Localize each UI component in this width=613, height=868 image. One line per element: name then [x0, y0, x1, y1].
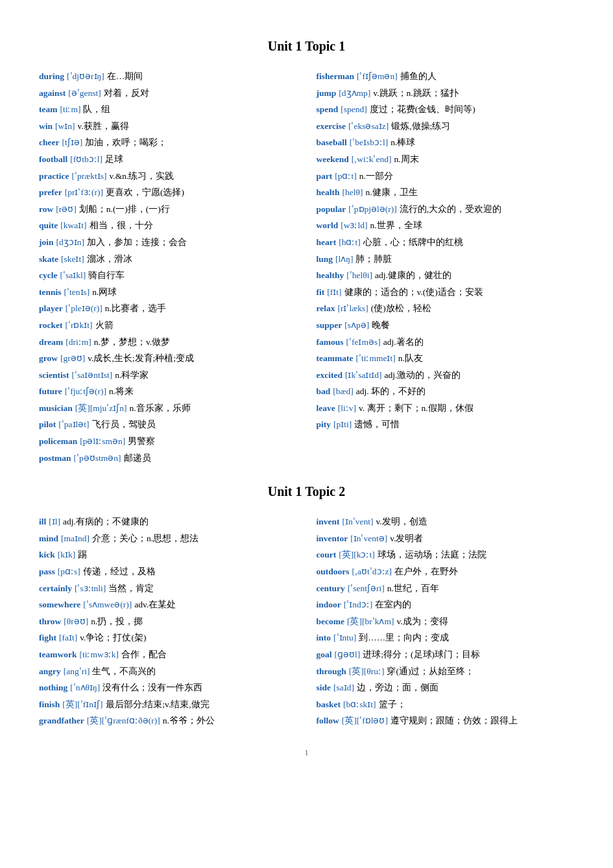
- vocab-word: policeman: [39, 434, 77, 449]
- vocab-definition: v.跳跃；n.跳跃；猛扑: [373, 86, 574, 100]
- list-item: spend[spend]度过；花费(金钱、时间等): [317, 102, 575, 117]
- vocab-word: pass: [39, 565, 55, 579]
- vocab-phonetic: [dʒɔɪn]: [56, 235, 85, 250]
- list-item: excited[ɪkˈsaɪtɪd]adj.激动的，兴奋的: [317, 368, 575, 382]
- vocab-phonetic: [ˈsaɪkl]: [60, 268, 86, 283]
- vocab-word: throw: [39, 615, 61, 629]
- list-item: mind[maɪnd]介意；关心；n.思想，想法: [39, 532, 297, 546]
- vocab-phonetic: [θrəʊ]: [64, 615, 88, 629]
- list-item: relax[rɪˈlæks](使)放松，轻松: [317, 301, 575, 316]
- section-2-title: Unit 1 Topic 2: [39, 484, 574, 499]
- list-item: lung[lʌŋ]肺；肺脏: [317, 252, 575, 266]
- vocab-phonetic: [ˌwiːkˈend]: [352, 152, 392, 167]
- list-item: inventor[ɪnˈventə]v.发明者: [317, 532, 575, 546]
- vocab-phonetic: [ˈnʌθɪŋ]: [70, 681, 100, 695]
- vocab-definition: 度过；花费(金钱、时间等): [370, 102, 574, 117]
- vocab-phonetic: [wɜːld]: [341, 218, 367, 233]
- vocab-phonetic: [ˈrɒkɪt]: [66, 318, 93, 333]
- vocab-word: invent: [317, 515, 340, 529]
- vocab-definition: 流行的,大众的，受欢迎的: [400, 202, 574, 217]
- list-item: grandfather[英][ˈɡrænfɑːðə(r)]n.爷爷；外公: [39, 714, 297, 728]
- vocab-word: into: [317, 631, 331, 645]
- vocab-word: part: [317, 169, 333, 183]
- vocab-definition: adj.著名的: [383, 335, 574, 349]
- list-item: musician[英][mjuˈzɪʃn]n.音乐家，乐师: [39, 401, 297, 416]
- list-item: pass[pɑːs]传递，经过，及格: [39, 565, 297, 579]
- list-item: side[saɪd]边，旁边；面，侧面: [317, 681, 575, 695]
- vocab-phonetic: [kwaɪt]: [60, 218, 86, 233]
- vocab-phonetic: [fɪt]: [327, 285, 341, 299]
- vocab-definition: 划船；n.(一)排，(一)行: [79, 202, 297, 217]
- vocab-definition: 心脏，心；纸牌中的红桃: [363, 235, 574, 250]
- vocab-word: weekend: [317, 152, 349, 167]
- list-item: world[wɜːld]n.世界，全球: [317, 218, 575, 233]
- list-item: part[pɑːt]n.一部分: [317, 169, 575, 183]
- list-item: tennis[ˈtenɪs]n.网球: [39, 285, 297, 299]
- vocab-word: ill: [39, 515, 46, 529]
- list-item: cycle[ˈsaɪkl]骑自行车: [39, 268, 297, 283]
- vocab-phonetic: [ˈeksəsaɪz]: [348, 119, 389, 134]
- list-item: fit[fɪt]健康的；适合的；v.(使)适合；安装: [317, 285, 575, 299]
- list-item: fight[faɪt]v.争论；打仗(架): [39, 631, 297, 645]
- list-item: fisherman[ˈfɪʃəmən]捕鱼的人: [317, 69, 575, 84]
- vocab-word: postman: [39, 451, 71, 465]
- list-item: pity[pɪti]遗憾，可惜: [317, 417, 575, 432]
- vocab-phonetic: [saɪd]: [333, 681, 354, 695]
- vocab-definition: 进球;得分；(足球)球门；目标: [363, 648, 574, 662]
- vocab-phonetic: [英][θruː]: [349, 664, 385, 679]
- section-2: Unit 1 Topic 2 ill[ɪl]adj.有病的；不健康的mind[m…: [39, 484, 574, 728]
- vocab-definition: n.队友: [398, 351, 574, 366]
- vocab-phonetic: [ˈtiːmmeɪt]: [355, 351, 395, 366]
- vocab-phonetic: [英][brˈkʌm]: [347, 615, 394, 629]
- list-item: jump[dʒʌmp]v.跳跃；n.跳跃；猛扑: [317, 86, 575, 100]
- vocab-phonetic: [ˈsɜːtnli]: [75, 581, 106, 596]
- vocab-definition: 溜冰，滑冰: [87, 252, 297, 266]
- vocab-word: famous: [317, 335, 344, 349]
- vocab-phonetic: [ɪnˈventə]: [350, 532, 387, 546]
- vocab-word: basket: [317, 698, 341, 712]
- vocab-phonetic: [rəʊ]: [56, 202, 77, 217]
- vocab-phonetic: [ˌaʊtˈdɔːz]: [352, 565, 392, 579]
- list-item: certainly[ˈsɜːtnli]当然，肯定: [39, 581, 297, 596]
- vocab-phonetic: [angˈri]: [64, 664, 90, 679]
- list-item: team[tiːm]队，组: [39, 102, 297, 117]
- section-2-left-col: ill[ɪl]adj.有病的；不健康的mind[maɪnd]介意；关心；n.思想…: [39, 515, 297, 728]
- vocab-phonetic: [faɪt]: [59, 631, 77, 645]
- vocab-phonetic: [ˈpəʊstmən]: [74, 451, 121, 465]
- vocab-phonetic: [prɪˈfɜː(r)]: [65, 185, 103, 200]
- vocab-definition: n.比赛者，选手: [105, 301, 297, 316]
- list-item: prefer[prɪˈfɜː(r)]更喜欢，宁愿(选择): [39, 185, 297, 200]
- vocab-word: practice: [39, 169, 69, 183]
- vocab-definition: 遵守规则；跟随；仿效；跟得上: [391, 714, 574, 728]
- vocab-word: side: [317, 681, 331, 695]
- vocab-phonetic: [pɪti]: [333, 417, 352, 432]
- vocab-phonetic: [ˈɪntu]: [333, 631, 356, 645]
- vocab-definition: v.发明，创造: [376, 515, 575, 529]
- vocab-definition: 骑自行车: [88, 268, 296, 283]
- vocab-definition: 锻炼,做操;练习: [391, 119, 574, 134]
- vocab-word: mind: [39, 532, 58, 546]
- vocab-phonetic: [tiːmwɜːk]: [79, 648, 119, 662]
- vocab-phonetic: [英][ˈfɒləʊ]: [342, 714, 388, 728]
- list-item: teamwork[tiːmwɜːk]合作，配合: [39, 648, 297, 662]
- vocab-phonetic: [ɪl]: [49, 515, 60, 529]
- vocab-definition: 更喜欢，宁愿(选择): [106, 185, 297, 200]
- vocab-word: outdoors: [317, 565, 350, 579]
- section-1: Unit 1 Topic 1 during[ˈdjʊərɪŋ]在…期间again…: [39, 39, 574, 465]
- list-item: quite[kwaɪt]相当，很，十分: [39, 218, 297, 233]
- vocab-phonetic: [dʒʌmp]: [339, 86, 370, 100]
- vocab-definition: 传递，经过，及格: [83, 565, 297, 579]
- vocab-definition: 肺；肺脏: [355, 252, 574, 266]
- vocab-word: relax: [317, 301, 335, 316]
- vocab-definition: 男警察: [128, 434, 296, 449]
- vocab-word: angry: [39, 664, 61, 679]
- vocab-phonetic: [maɪnd]: [61, 532, 90, 546]
- vocab-definition: 踢: [78, 548, 296, 562]
- vocab-definition: 在…期间: [107, 69, 297, 84]
- vocab-definition: adv.在某处: [134, 598, 296, 612]
- vocab-phonetic: [pəlɪːsmən]: [80, 434, 125, 449]
- vocab-phonetic: [tiːm]: [60, 102, 80, 117]
- list-item: supper[sʌpə]晚餐: [317, 318, 575, 333]
- vocab-word: quite: [39, 218, 58, 233]
- vocab-word: exercise: [317, 119, 346, 134]
